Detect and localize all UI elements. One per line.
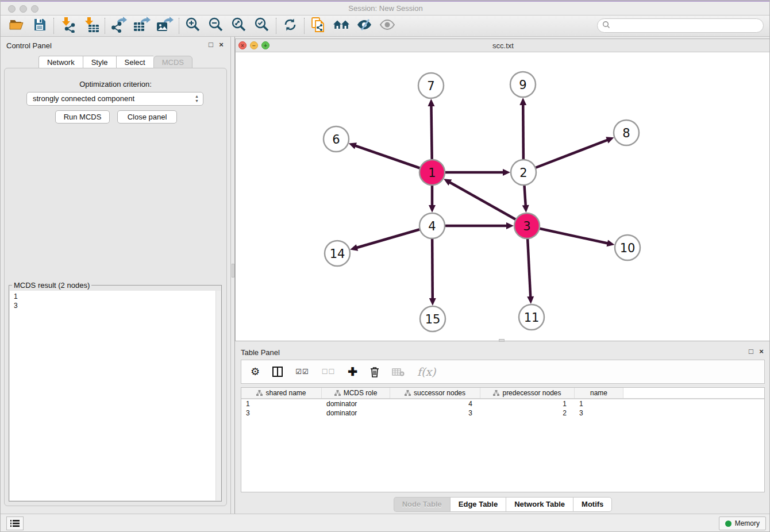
select-all-columns-button[interactable]: ☑☑	[295, 368, 309, 376]
export-image-icon	[156, 17, 174, 35]
edge-arrowhead	[429, 205, 436, 213]
edge-arrowhead	[503, 169, 510, 176]
zoom-selected-button[interactable]	[251, 17, 274, 35]
copy-network-icon	[311, 17, 326, 35]
export-table-button[interactable]	[130, 17, 153, 35]
import-network-icon	[59, 17, 76, 35]
new-network-from-selection-button[interactable]	[307, 17, 330, 35]
control-panel-title: Control Panel	[6, 41, 52, 50]
plus-icon: ✚	[348, 365, 357, 379]
column-header-predecessor-nodes[interactable]: predecessor nodes	[502, 389, 561, 397]
network-graph-canvas[interactable]: 7968124314101511	[236, 52, 770, 341]
open-file-button[interactable]	[5, 17, 28, 35]
checked-boxes-icon: ☑☑	[295, 368, 309, 376]
cell-MCDS-role[interactable]: dominator	[322, 399, 390, 408]
attribute-tree-icon	[493, 390, 499, 396]
edge-2-8[interactable]	[523, 140, 609, 172]
node-label-1: 1	[428, 166, 436, 180]
edge-3-1[interactable]	[449, 182, 527, 226]
horizontal-splitter-grip[interactable]	[499, 339, 505, 342]
save-session-button[interactable]	[28, 17, 51, 35]
main-toolbar	[1, 16, 770, 37]
criterion-dropdown[interactable]: strongly connected component ▲▼	[26, 92, 203, 106]
column-header-shared-name[interactable]: shared name	[265, 389, 306, 397]
welcome-screen-button[interactable]	[330, 17, 353, 35]
mcds-result-list[interactable]: 13	[10, 291, 221, 500]
splitter-grip[interactable]	[232, 264, 234, 277]
close-table-panel-icon[interactable]: ×	[757, 347, 766, 356]
close-panel-button[interactable]: Close panel	[117, 110, 177, 124]
create-column-button[interactable]: ✚	[348, 365, 357, 379]
mcds-result-line: 1	[14, 292, 221, 301]
hide-selection-button[interactable]	[353, 17, 376, 35]
show-column-panel-button[interactable]	[272, 367, 283, 377]
refresh-view-button[interactable]	[279, 17, 302, 35]
float-panel-icon[interactable]: □	[206, 40, 215, 49]
show-all-button[interactable]	[376, 17, 399, 35]
table-settings-button[interactable]: ⚙	[251, 365, 260, 378]
edge-arrowhead	[350, 244, 358, 251]
tab-node-table[interactable]: Node Table	[394, 497, 450, 512]
chevron-updown-icon: ▲▼	[195, 94, 199, 103]
import-table-icon	[82, 17, 99, 35]
mcds-result-line: 3	[14, 301, 221, 310]
column-header-successor-nodes[interactable]: successor nodes	[414, 389, 465, 397]
table-row[interactable]: 1dominator411	[241, 399, 764, 408]
toolbar-separator	[276, 18, 276, 34]
mcds-result-title: MCDS result (2 nodes)	[12, 281, 91, 290]
cell-predecessor-nodes[interactable]: 2	[480, 408, 575, 418]
node-table[interactable]: shared nameMCDS rolesuccessor nodesprede…	[241, 387, 765, 492]
tab-motifs[interactable]: Motifs	[573, 497, 612, 512]
export-network-button[interactable]	[107, 17, 130, 35]
export-network-icon	[110, 17, 128, 35]
search-field[interactable]	[597, 18, 764, 33]
cell-shared-name[interactable]: 3	[241, 408, 322, 418]
export-image-button[interactable]	[153, 17, 176, 35]
refresh-icon	[283, 17, 298, 34]
node-label-2: 2	[519, 166, 527, 180]
task-history-button[interactable]	[6, 516, 24, 530]
tab-edge-table[interactable]: Edge Table	[450, 497, 506, 512]
zoom-in-button[interactable]	[182, 17, 205, 35]
edge-arrowhead	[522, 205, 529, 213]
cell-successor-nodes[interactable]: 4	[390, 399, 480, 408]
cell-shared-name[interactable]: 1	[241, 399, 322, 408]
edge-arrowhead	[527, 296, 534, 304]
scrollbar[interactable]	[215, 291, 221, 500]
window-title: Session: New Session	[1, 4, 770, 13]
cell-successor-nodes[interactable]: 3	[390, 408, 480, 418]
search-input[interactable]	[610, 22, 763, 30]
import-table-button[interactable]	[79, 17, 102, 35]
vertical-splitter[interactable]	[230, 37, 235, 514]
memory-button[interactable]: Memory	[719, 516, 766, 530]
fx-icon: f(x)	[417, 365, 436, 378]
tab-network-table[interactable]: Network Table	[506, 497, 573, 512]
node-label-8: 8	[622, 126, 630, 140]
delete-column-button[interactable]	[370, 367, 379, 377]
cell-name[interactable]: 1	[575, 399, 623, 408]
zoom-fit-button[interactable]	[228, 17, 251, 35]
float-table-panel-icon[interactable]: □	[746, 347, 756, 356]
run-mcds-button[interactable]: Run MCDS	[55, 110, 110, 124]
zoom-in-icon	[185, 17, 201, 35]
function-builder-button[interactable]: f(x)	[417, 365, 436, 378]
node-label-9: 9	[519, 78, 526, 92]
import-network-button[interactable]	[56, 17, 79, 35]
cell-name[interactable]: 3	[575, 408, 623, 418]
cell-MCDS-role[interactable]: dominator	[322, 408, 390, 418]
network-window-titlebar[interactable]: × − + scc.txt	[236, 39, 770, 52]
cell-predecessor-nodes[interactable]: 1	[480, 399, 575, 408]
node-label-11: 11	[524, 311, 540, 325]
column-header-name[interactable]: name	[590, 389, 607, 397]
deselect-all-columns-button[interactable]: ☐☐	[322, 368, 336, 376]
toolbar-separator	[179, 18, 179, 34]
gear-icon: ⚙	[251, 365, 260, 378]
table-panel-tabs: Node TableEdge TableNetwork TableMotifs	[235, 497, 770, 512]
zoom-out-button[interactable]	[205, 17, 228, 35]
delete-table-button[interactable]	[392, 368, 405, 376]
network-view-window: × − + scc.txt 7968124314101511	[235, 38, 770, 341]
column-header-MCDS-role[interactable]: MCDS role	[344, 389, 378, 397]
close-panel-icon[interactable]: ×	[217, 40, 226, 49]
table-row[interactable]: 3dominator323	[241, 408, 764, 418]
zoom-out-icon	[208, 17, 224, 35]
